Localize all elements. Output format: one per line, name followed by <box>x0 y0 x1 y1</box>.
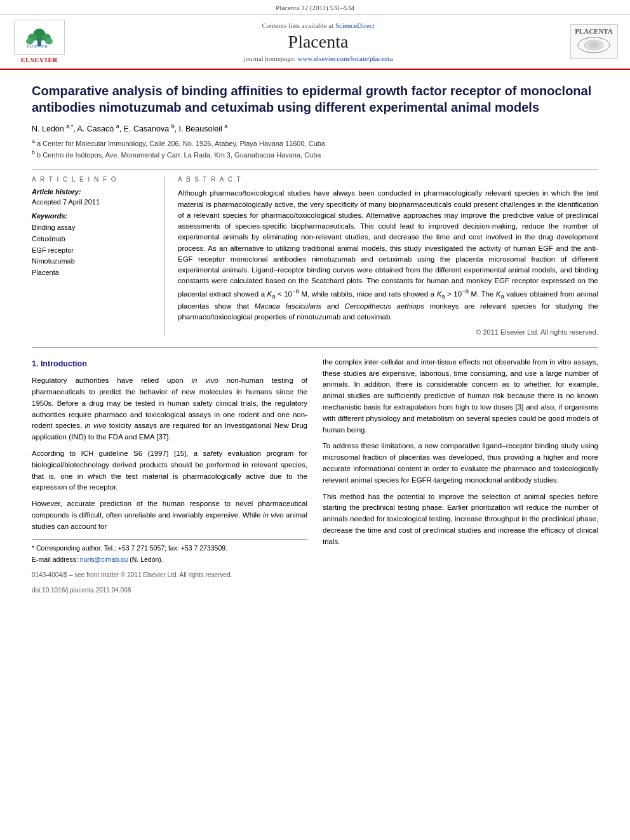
footnote-email: E-mail address: nuris@cimab.cu (N. Ledón… <box>32 555 307 565</box>
placenta-logo-text: PLACENTA <box>575 27 613 36</box>
pub-info: 0143-4004/$ – see front matter © 2011 El… <box>32 570 307 595</box>
journal-center-info: Contents lists available at ScienceDirec… <box>71 22 565 62</box>
homepage-link[interactable]: www.elsevier.com/locate/placenta <box>297 55 392 62</box>
svg-text:ELSEVIER: ELSEVIER <box>27 44 48 48</box>
intro-para-3: However, accurate prediction of the huma… <box>32 498 307 532</box>
right-para-2: To address these limitations, a new comp… <box>323 441 598 486</box>
copyright-line: © 2011 Elsevier Ltd. All rights reserved… <box>178 328 598 336</box>
journal-name: Placenta <box>71 32 565 52</box>
keywords-label: Keywords: <box>32 212 156 220</box>
main-content: Comparative analysis of binding affiniti… <box>0 70 630 613</box>
body-two-col: 1. Introduction Regulatory authorities h… <box>32 357 598 600</box>
history-label: Article history: <box>32 188 156 196</box>
keyword-nimotuzumab: Nimotuzumab <box>32 256 156 267</box>
keywords-list: Binding assay Cetuximab EGF receptor Nim… <box>32 222 156 278</box>
sciencedirect-line: Contents lists available at ScienceDirec… <box>71 22 565 29</box>
elsevier-logo-area: ELSEVIER ELSEVIER <box>8 20 71 63</box>
abstract-paragraph: Although pharmaco/toxicological studies … <box>178 188 598 323</box>
right-para-3: This method has the potential to improve… <box>323 491 598 548</box>
elsevier-tree-icon: ELSEVIER <box>23 26 55 48</box>
abstract-col: A B S T R A C T Although pharmaco/toxico… <box>178 176 598 335</box>
section-divider <box>32 347 598 348</box>
right-para-1: the complex inter-cellular and inter-tis… <box>323 357 598 436</box>
keyword-binding-assay: Binding assay <box>32 222 156 234</box>
intro-para-1: Regulatory authorities have relied upon … <box>32 375 307 443</box>
footnote-area: * Corresponding author. Tel.: +53 7 271 … <box>32 539 307 566</box>
placenta-logo-box: PLACENTA <box>570 24 618 59</box>
abstract-label: A B S T R A C T <box>178 176 598 183</box>
left-body-col: 1. Introduction Regulatory authorities h… <box>32 357 307 600</box>
placenta-logo-area: PLACENTA <box>565 24 622 59</box>
journal-header: ELSEVIER ELSEVIER Contents lists availab… <box>0 15 630 70</box>
article-info-abstract-section: A R T I C L E I N F O Article history: A… <box>32 169 598 335</box>
right-body-col: the complex inter-cellular and inter-tis… <box>323 357 598 600</box>
article-info-label: A R T I C L E I N F O <box>32 176 156 183</box>
svg-point-9 <box>589 42 599 48</box>
keyword-placenta: Placenta <box>32 267 156 279</box>
journal-homepage: journal homepage: www.elsevier.com/locat… <box>71 55 565 62</box>
placenta-logo-sub <box>575 36 613 56</box>
journal-reference: Placenta 32 (2011) 531–534 <box>276 4 354 11</box>
authors-line: N. Ledón a,*, A. Casacó a, E. Casanova b… <box>32 123 598 133</box>
history-value: Accepted 7 April 2011 <box>32 198 156 206</box>
article-title: Comparative analysis of binding affiniti… <box>32 83 598 116</box>
keyword-egf-receptor: EGF receptor <box>32 245 156 257</box>
pub-info-1: 0143-4004/$ – see front matter © 2011 El… <box>32 570 307 580</box>
footnote-corresponding: * Corresponding author. Tel.: +53 7 271 … <box>32 543 307 554</box>
keyword-cetuximab: Cetuximab <box>32 234 156 245</box>
abstract-text: Although pharmaco/toxicological studies … <box>178 188 598 323</box>
introduction-heading: 1. Introduction <box>32 358 307 370</box>
top-bar: Placenta 32 (2011) 531–534 <box>0 0 630 15</box>
sciencedirect-link[interactable]: ScienceDirect <box>335 22 375 29</box>
elsevier-logo-box: ELSEVIER <box>14 20 65 55</box>
affiliations: a a Center for Molecular Immunology, Cal… <box>32 137 598 160</box>
intro-para-2: According to ICH guideline S6 (1997) [15… <box>32 448 307 493</box>
pub-info-2: doi:10.1016/j.placenta.2011.04.008 <box>32 585 307 596</box>
article-info-col: A R T I C L E I N F O Article history: A… <box>32 176 165 335</box>
elsevier-text: ELSEVIER <box>21 57 58 63</box>
